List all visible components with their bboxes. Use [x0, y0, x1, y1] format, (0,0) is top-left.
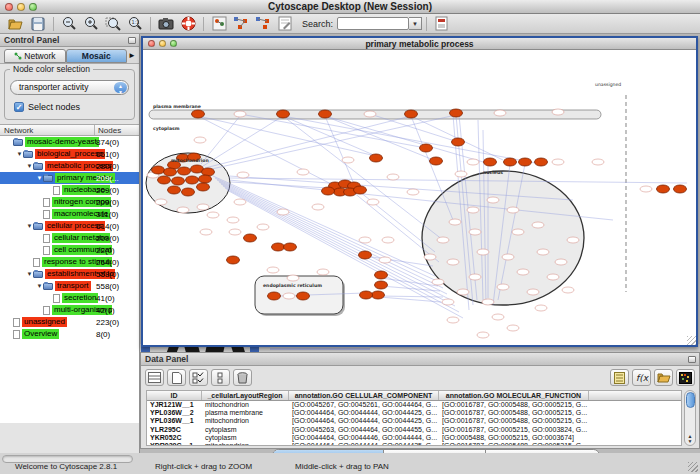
node[interactable] — [277, 110, 290, 118]
tab-overflow-icon[interactable]: ► — [127, 49, 137, 63]
table-cell[interactable]: YDR039C__1 — [147, 442, 202, 446]
window-controls[interactable] — [5, 3, 37, 11]
table-cell[interactable]: YJR121W__1 — [147, 401, 202, 409]
column-header[interactable]: annotation.GO MOLECULAR_FUNCTION — [439, 391, 589, 400]
minimize-icon[interactable] — [159, 40, 166, 47]
node-label[interactable] — [364, 111, 376, 117]
node-label[interactable] — [382, 237, 394, 243]
new-attribute-icon[interactable] — [167, 369, 186, 386]
node[interactable] — [504, 158, 517, 166]
node[interactable] — [319, 110, 332, 118]
tree-row[interactable]: mosaic-demo-yeast874(0) — [0, 136, 139, 148]
tree-row[interactable]: macromolecule311(0) — [0, 208, 139, 220]
node[interactable] — [192, 110, 205, 118]
column-header[interactable]: annotation.GO CELLULAR_COMPONENT — [289, 391, 439, 400]
node-label[interactable] — [194, 137, 206, 143]
tree-row[interactable]: secretion41(0) — [0, 292, 139, 304]
node-label[interactable] — [342, 157, 354, 163]
table-scrollbar[interactable]: ▲▼ — [684, 390, 696, 446]
node[interactable] — [268, 292, 281, 300]
node[interactable] — [172, 177, 185, 185]
expand-arrow-icon[interactable]: ▼ — [26, 223, 33, 229]
node[interactable] — [372, 291, 385, 299]
node-label[interactable] — [432, 279, 444, 285]
node-label[interactable] — [592, 159, 604, 165]
node-label[interactable] — [297, 169, 309, 175]
table-cell[interactable]: [GO:0044464, GO:0044446, GO:0044444, G..… — [289, 434, 439, 442]
node-label[interactable] — [547, 274, 559, 280]
node[interactable] — [197, 183, 210, 191]
node[interactable] — [168, 186, 181, 194]
open-session-icon[interactable] — [5, 15, 27, 33]
table-row[interactable]: YJR121W__1mitochondrion[GO:0045267, GO:0… — [147, 401, 681, 409]
expand-arrow-icon[interactable]: ▼ — [26, 163, 33, 169]
node-label[interactable] — [469, 274, 481, 280]
tree-row[interactable]: Overview8(0) — [0, 328, 139, 340]
tree-row[interactable]: response to stimulu264(0) — [0, 256, 139, 268]
node-label[interactable] — [257, 224, 269, 230]
tree-row[interactable]: ▼establishment of lo558(0) — [0, 268, 139, 280]
node-label[interactable] — [467, 207, 479, 213]
close-icon[interactable] — [5, 3, 13, 11]
node-label[interactable] — [177, 207, 189, 213]
node[interactable] — [297, 292, 310, 300]
table-cell[interactable]: cytoplasm — [202, 434, 289, 442]
function-builder-icon[interactable]: f(x) — [632, 369, 651, 386]
node[interactable] — [178, 167, 191, 175]
node-label[interactable] — [494, 110, 506, 116]
tree-row[interactable]: cellular metabo209(0) — [0, 232, 139, 244]
table-cell[interactable]: mitochondrion — [202, 442, 289, 446]
node-label[interactable] — [640, 186, 652, 192]
node-label[interactable] — [277, 209, 289, 215]
node[interactable] — [519, 158, 532, 166]
node-label[interactable] — [532, 222, 544, 228]
table-cell[interactable]: YPL036W__1 — [147, 417, 202, 425]
tree-row[interactable]: ▼metabolic process280(0) — [0, 160, 139, 172]
node-label[interactable] — [567, 237, 579, 243]
network-graph[interactable]: plasma membranecytoplasmmitochondrionnuc… — [143, 50, 696, 345]
node-label[interactable] — [387, 174, 399, 180]
node-label[interactable] — [447, 317, 459, 323]
matrix-view-icon[interactable] — [676, 369, 695, 386]
tab-mosaic[interactable]: Mosaic — [66, 49, 128, 63]
tree-row[interactable]: ▼biological_process651(0) — [0, 148, 139, 160]
node[interactable] — [152, 166, 165, 174]
node-label[interactable] — [457, 289, 469, 295]
float-panel-icon[interactable] — [128, 37, 136, 44]
table-row[interactable]: YPL036W__2plasma membrane[GO:0044464, GO… — [147, 409, 681, 417]
node-label[interactable] — [197, 204, 209, 210]
node-label[interactable] — [407, 189, 419, 195]
table-cell[interactable]: [GO:0044464, GO:0044444, GO:0044425, G..… — [289, 417, 439, 425]
tree-row[interactable]: nitrogen compo209(0) — [0, 196, 139, 208]
node[interactable] — [420, 144, 433, 152]
node-label[interactable] — [497, 284, 509, 290]
node-label[interactable] — [552, 109, 564, 115]
node-label[interactable] — [207, 212, 219, 218]
node[interactable] — [158, 176, 171, 184]
tree-row[interactable]: ▼cellular process614(0) — [0, 220, 139, 232]
table-cell[interactable]: YKR052C — [147, 434, 202, 442]
zoom-out-icon[interactable] — [58, 15, 80, 33]
node-label[interactable] — [312, 204, 324, 210]
zoom-selected-region-icon[interactable] — [102, 15, 124, 33]
scrollbar-thumb[interactable] — [686, 392, 695, 408]
expand-arrow-icon[interactable]: ▼ — [36, 283, 43, 289]
node-label[interactable] — [507, 207, 519, 213]
table-row[interactable]: YKR052Ccytoplasm[GO:0044464, GO:0044446,… — [147, 434, 681, 442]
node-label[interactable] — [487, 197, 499, 203]
node-label[interactable] — [552, 159, 564, 165]
node-label[interactable] — [442, 299, 454, 305]
node-label[interactable] — [502, 254, 514, 260]
node-label[interactable] — [424, 254, 436, 260]
network-window-controls[interactable] — [148, 40, 177, 47]
expand-arrow-icon[interactable]: ▼ — [36, 175, 43, 181]
node[interactable] — [322, 187, 335, 195]
expand-arrow-icon[interactable]: ▼ — [16, 151, 23, 157]
save-session-icon[interactable] — [27, 15, 49, 33]
minimize-icon[interactable] — [17, 3, 25, 11]
node-label[interactable] — [507, 325, 519, 331]
node[interactable] — [284, 243, 297, 251]
table-cell[interactable]: [GO:0045263, GO:0044464, GO:0044455, G..… — [289, 426, 439, 434]
attribute-table-body[interactable]: YJR121W__1mitochondrion[GO:0045267, GO:0… — [147, 401, 681, 446]
search-input[interactable] — [337, 17, 409, 30]
